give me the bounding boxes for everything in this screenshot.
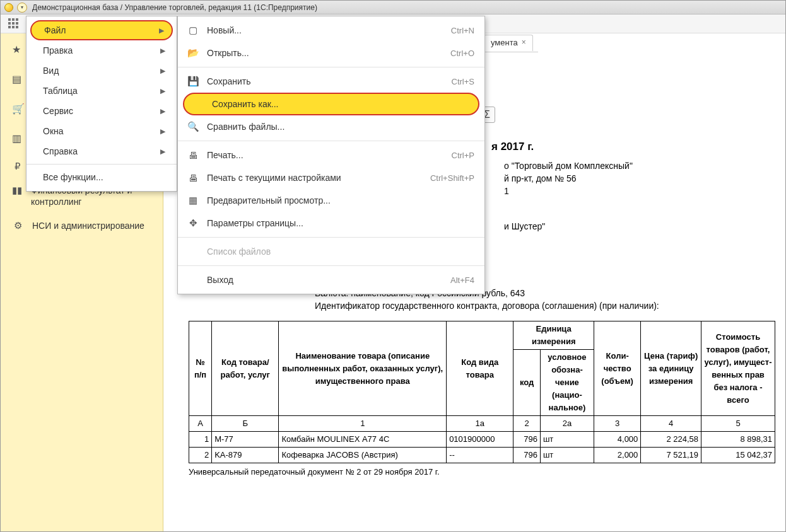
invoice-table: № п/п Код товара/ работ, услуг Наименова…: [189, 321, 775, 463]
menu-item-label: Предварительный просмотр...: [207, 195, 474, 205]
window-title: Демонстрационная база / Управление торго…: [32, 3, 317, 12]
submenu-item[interactable]: Сохранить как...: [183, 93, 479, 115]
menu-item-shortcut: Ctrl+S: [452, 77, 474, 86]
menu-item-label: Сравнить файлы...: [207, 122, 474, 132]
tab-document[interactable]: умента ×: [484, 35, 533, 51]
menu-item-icon: ▦: [185, 194, 201, 207]
submenu-item[interactable]: ВыходAlt+F4: [178, 269, 484, 291]
th-code: Код товара/ работ, услуг: [212, 321, 279, 416]
submenu-item[interactable]: 🖶Печать...Ctrl+P: [178, 144, 484, 166]
menu-item-icon: 🖶: [185, 149, 201, 161]
sidebar-item-admin[interactable]: ⚙ НСИ и администрирование: [1, 214, 163, 238]
th-sum: Стоимость товаров (работ, услуг), имущес…: [701, 321, 775, 416]
apps-grid-icon[interactable]: [8, 18, 18, 28]
doc-footnote: Универсальный передаточный документ № 2 …: [189, 466, 775, 478]
menu-item-label: Выход: [207, 275, 450, 285]
menu-item[interactable]: Справка▶: [26, 141, 177, 161]
menu-item-label: Печать с текущими настройками: [207, 173, 430, 183]
sidebar-label: НСИ и администрирование: [32, 220, 144, 231]
table-row: 1 M-77 Комбайн MOULINEX А77 4С 010190000…: [189, 432, 775, 448]
menu-item-shortcut: Ctrl+O: [450, 49, 474, 58]
submenu-item[interactable]: ▦Предварительный просмотр...: [178, 189, 484, 212]
menu-item-label: Сохранить: [207, 76, 452, 86]
main-menu: Файл▶Правка▶Вид▶Таблица▶Сервис▶Окна▶Спра…: [26, 16, 177, 192]
doc-date-fragment: я 2017 г.: [491, 141, 775, 153]
menu-item-shortcut: Ctrl+N: [451, 26, 474, 35]
titlebar: ▾ Демонстрационная база / Управление тор…: [1, 1, 785, 14]
menu-item-icon: [185, 245, 201, 258]
th-qty: Коли- чество (объем): [594, 321, 640, 416]
close-icon[interactable]: ×: [522, 38, 526, 47]
gear-icon: ⚙: [12, 220, 23, 231]
tab-label: умента: [491, 38, 518, 47]
menu-item[interactable]: Окна▶: [26, 121, 177, 141]
menu-item[interactable]: Правка▶: [26, 40, 177, 61]
submenu-item[interactable]: 📂Открыть...Ctrl+O: [178, 42, 484, 64]
menu-item[interactable]: Все функции...: [26, 167, 177, 187]
menu-item-label: Список файлов: [207, 246, 474, 257]
subheader-row: А Б 1 1а 2 2а 3 4 5: [189, 416, 775, 432]
menu-item-icon: 🔍: [185, 120, 201, 133]
th-name: Наименование товара (описание выполненны…: [279, 321, 447, 416]
contract-line: Идентификатор государственного контракта…: [315, 299, 775, 312]
th-unitname: условное обозна- чение (нацио- нальное): [540, 350, 594, 416]
menu-item-label: Параметры страницы...: [207, 218, 474, 228]
app-logo-icon: [4, 3, 13, 12]
menu-item-icon: [185, 274, 201, 286]
bars-icon: ▮▮: [12, 185, 22, 196]
titlebar-dropdown[interactable]: ▾: [17, 3, 27, 13]
submenu-item[interactable]: 💾СохранитьCtrl+S: [178, 70, 484, 93]
ruble-icon: ₽: [12, 161, 23, 172]
th-unit: Единица измерения: [513, 321, 594, 350]
menu-item-shortcut: Ctrl+P: [452, 151, 474, 160]
submenu-item[interactable]: 🔍Сравнить файлы...: [178, 115, 484, 138]
menu-item-icon: ▢: [185, 24, 201, 37]
seller-frag1: о "Торговый дом Комплексный": [504, 159, 775, 172]
menu-item-shortcut: Alt+F4: [450, 275, 474, 285]
submenu-item: Список файлов: [178, 240, 484, 263]
menu-item[interactable]: Вид▶: [26, 61, 177, 81]
menu-item-icon: ✥: [185, 217, 201, 229]
menu-item-label: Сохранить как...: [212, 99, 469, 109]
th-kind: Код вида товара: [447, 321, 513, 416]
menu-item-icon: 💾: [185, 75, 201, 88]
menu-item[interactable]: Файл▶: [30, 20, 173, 40]
menu-item-label: Открыть...: [207, 48, 450, 58]
tabstrip: умента ×: [479, 33, 538, 52]
menu-item-label: Новый...: [207, 25, 451, 35]
menu-item-icon: [191, 98, 206, 110]
file-submenu: ▢Новый...Ctrl+N📂Открыть...Ctrl+O💾Сохрани…: [177, 16, 485, 294]
submenu-item[interactable]: 🖶Печать с текущими настройкамиCtrl+Shift…: [178, 166, 484, 189]
th-unitcode: код: [513, 350, 541, 416]
table-row: 2 KA-879 Кофеварка JACOBS (Австрия) -- 7…: [189, 448, 775, 463]
submenu-item[interactable]: ✥Параметры страницы...: [178, 212, 484, 234]
submenu-item[interactable]: ▢Новый...Ctrl+N: [178, 19, 484, 42]
menu-item[interactable]: Сервис▶: [26, 101, 177, 121]
th-num: № п/п: [189, 321, 212, 416]
th-price: Цена (тариф) за единицу измерения: [641, 321, 701, 416]
menu-item-icon: 🖶: [185, 171, 201, 184]
seller-frag4: и Шустер": [504, 220, 775, 233]
menu-item[interactable]: Таблица▶: [26, 81, 177, 101]
seller-frag2: й пр-кт, дом № 56: [504, 172, 775, 185]
menu-item-shortcut: Ctrl+Shift+P: [430, 173, 474, 183]
menu-item-icon: 📂: [185, 47, 201, 59]
seller-frag3: 1: [504, 185, 775, 197]
menu-item-label: Печать...: [207, 150, 452, 160]
